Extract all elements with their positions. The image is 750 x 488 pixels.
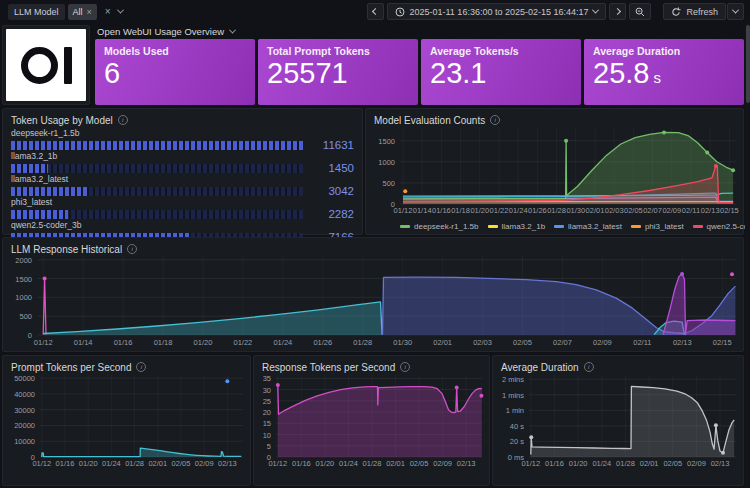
stat-value: 25571 [267,57,348,90]
scrollbar-thumb[interactable] [746,25,750,103]
chevron-down-icon [229,27,236,34]
y-tick-label: 1500 [15,274,32,283]
panel-title[interactable]: LLM Response Historical [11,244,122,255]
variable-value-chip[interactable]: All × [68,4,97,20]
info-icon: i [584,362,594,372]
legend-item[interactable]: llama3.2_1b [488,222,546,231]
y-tick-label: 15 [263,419,271,428]
y-tick-label: 0 [28,331,32,340]
x-tick-label: 01/26 [528,206,547,215]
stat-row: Models Used 6 Total Prompt Tokens 25571 … [95,39,744,105]
x-tick-label: 02/15 [720,206,739,215]
stat-title: Average Duration [593,45,735,57]
plot-area[interactable] [276,375,482,457]
time-range-button[interactable]: 2025-01-11 16:36:00 to 2025-02-15 16:44:… [387,3,607,20]
x-axis: 01/1201/1601/2001/2401/2802/0102/0502/09… [40,458,243,468]
info-icon: i [400,362,410,372]
x-tick-label: 01/26 [313,338,332,347]
stat-models-used[interactable]: Models Used 6 [95,39,255,105]
variable-label: LLM Model [8,4,65,20]
legend-series-color [400,225,410,228]
chevron-down-icon[interactable] [117,7,124,14]
info-icon: i [136,362,146,372]
panel-prompt-tokens-per-second: Prompt Tokens per Second i 0100002000030… [2,355,251,486]
panel-title[interactable]: Average Duration [501,362,579,373]
bar-gauge-label: qwen2.5-coder_3b [11,220,354,230]
time-shift-forward-button[interactable] [609,3,626,20]
x-tick-label: 02/09 [433,459,452,468]
row-header[interactable]: Open WebUI Usage Overview [97,26,235,37]
panel-title[interactable]: Response Tokens per Second [262,362,395,373]
chip-remove-icon[interactable]: × [87,7,92,17]
x-axis: 01/1201/1601/2001/2401/2802/0102/0502/09… [529,458,736,468]
stat-value: 25.8 [593,57,649,90]
stat-value: 23.1 [430,57,486,90]
y-tick-label: 20000 [14,421,35,430]
x-tick-label: 01/16 [292,459,311,468]
stat-title: Models Used [104,45,246,57]
y-tick-label: 25 [263,396,271,405]
legend-series-color [631,225,641,228]
x-tick-label: 01/28 [616,459,635,468]
logo-o-icon [21,47,58,84]
x-tick-label: 01/24 [592,459,611,468]
refresh-button[interactable]: Refresh [663,3,726,20]
x-tick-label: 02/03 [473,338,492,347]
plot-area[interactable] [37,256,736,335]
bar-gauge-value: 1450 [310,162,354,174]
y-tick-label: 10000 [14,437,35,446]
stat-total-prompt-tokens[interactable]: Total Prompt Tokens 25571 [258,39,418,105]
stat-unit: s [653,69,661,86]
x-tick-label: 02/09 [593,338,612,347]
y-tick-label: 40000 [14,389,35,398]
y-tick-label: 1000 [378,157,395,166]
stat-average-tokens-per-s[interactable]: Average Tokens/s 23.1 [421,39,581,105]
legend-series-color [554,225,564,228]
x-tick-label: 01/14 [74,338,93,347]
clock-icon [395,7,405,17]
info-icon: i [118,115,128,125]
y-tick-label: 500 [382,178,395,187]
y-axis: 0500100015002000 [9,256,37,335]
bar-gauge-bar [11,210,303,219]
x-tick-label: 01/28 [125,459,144,468]
row-title: Open WebUI Usage Overview [97,26,224,37]
plot-area[interactable] [40,375,243,457]
x-axis: 01/1201/1401/1601/1801/2001/2201/2401/26… [37,337,736,347]
legend-item[interactable]: phi3_latest [631,222,684,231]
x-tick-label: 02/13 [711,459,730,468]
chevron-right-icon [614,8,621,15]
legend-item[interactable]: qwen2.5-coder_3b [693,222,750,231]
plot-area[interactable] [529,375,736,457]
legend: deepseek-r1_1.5bllama3.2_1bllama3.2_late… [400,222,739,231]
x-tick-label: 02/09 [662,206,681,215]
time-shift-back-button[interactable] [367,3,384,20]
bar-gauge-row: phi3_latest2282 [11,197,354,220]
x-tick-label: 02/01 [586,206,605,215]
time-series-chart [529,375,736,457]
panel-title[interactable]: Token Usage by Model [11,115,113,126]
variable-clear-icon[interactable]: × [105,6,111,17]
page-scrollbar[interactable] [745,23,750,488]
x-tick-label: 01/16 [56,459,75,468]
x-tick-label: 01/28 [547,206,566,215]
zoom-out-button[interactable] [629,3,651,20]
dashboard-submenu: LLM Model All × × 2025-01-11 16:36:00 to… [0,0,744,23]
x-tick-label: 02/11 [633,338,651,347]
refresh-interval-dropdown[interactable] [727,3,744,20]
stat-average-duration[interactable]: Average Duration 25.8s [584,39,744,105]
panel-title[interactable]: Prompt Tokens per Second [11,362,131,373]
legend-item[interactable]: llama3.2_latest [554,222,622,231]
y-tick-label: 20 [263,408,271,417]
x-tick-label: 01/30 [393,338,412,347]
panel-title[interactable]: Model Evaluation Counts [374,115,485,126]
info-icon: i [127,244,137,254]
grafana-dashboard: LLM Model All × × 2025-01-11 16:36:00 to… [0,0,750,488]
y-tick-label: 500 [19,312,32,321]
x-tick-label: 02/01 [386,459,405,468]
plot-area[interactable] [400,128,736,204]
y-tick-label: 1 mins [502,390,524,399]
stat-value: 6 [104,57,120,90]
legend-item[interactable]: deepseek-r1_1.5b [400,222,479,231]
y-tick-label: 20 s [510,437,524,446]
